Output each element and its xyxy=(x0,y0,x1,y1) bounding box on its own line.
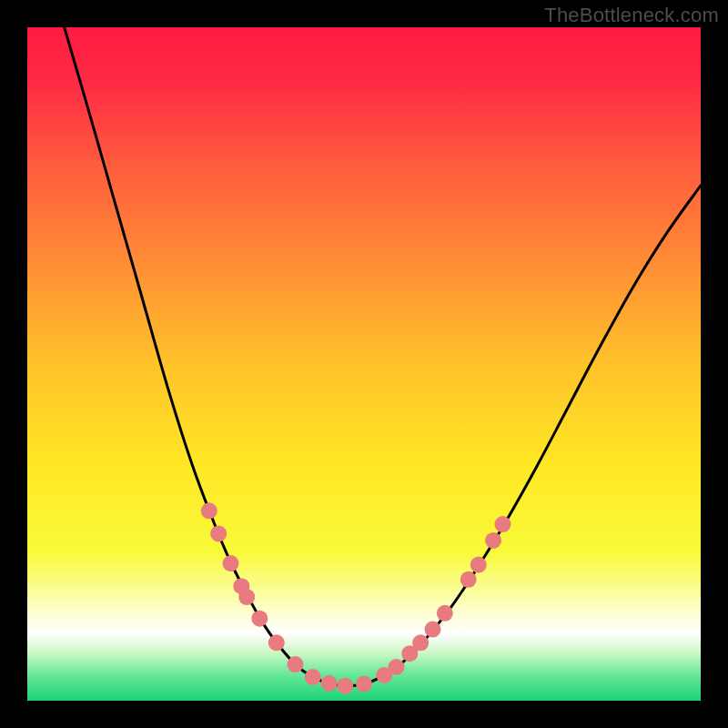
marker-dot xyxy=(201,502,217,519)
marker-dot xyxy=(437,605,453,622)
marker-dot xyxy=(412,634,429,651)
marker-dot xyxy=(222,555,238,571)
marker-dot xyxy=(389,659,405,675)
marker-dot xyxy=(485,532,501,549)
marker-dot xyxy=(470,557,487,573)
marker-dot xyxy=(251,611,268,627)
marker-dot xyxy=(268,634,285,651)
marker-dot xyxy=(460,571,477,588)
marker-dot xyxy=(424,622,440,638)
marker-dot xyxy=(305,669,321,685)
marker-dot xyxy=(356,676,372,693)
marker-dot xyxy=(210,525,227,541)
watermark-text: TheBottleneck.com xyxy=(544,4,719,27)
gradient-background xyxy=(27,27,701,701)
chart-svg xyxy=(27,27,701,701)
marker-dot xyxy=(337,678,353,694)
marker-dot xyxy=(494,516,511,532)
marker-dot xyxy=(288,656,304,672)
marker-dot xyxy=(321,675,338,692)
marker-dot xyxy=(238,589,255,605)
plot-area xyxy=(27,27,701,701)
chart-frame: TheBottleneck.com xyxy=(0,0,728,728)
